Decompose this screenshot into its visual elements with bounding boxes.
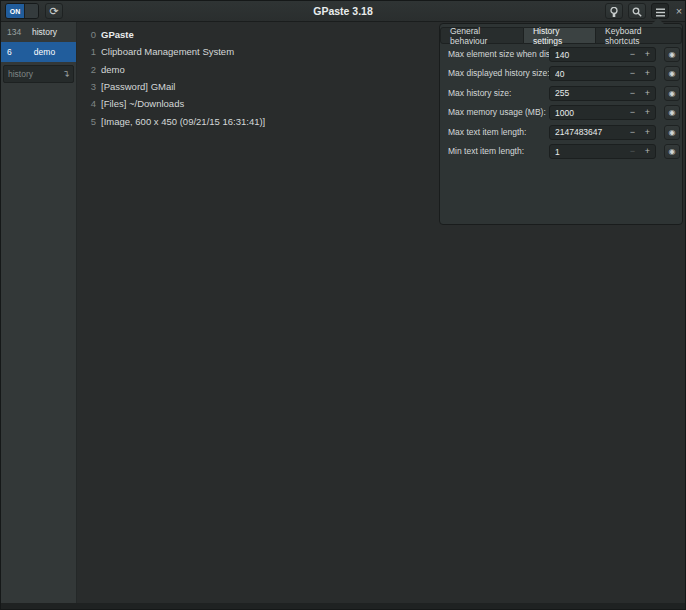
plus-button[interactable]: + [640,106,655,119]
item-index: 5 [89,116,96,127]
gpaste-window: ON ⟳ GPaste 3.18 × 134 history 6 [0,0,686,610]
setting-row-max-element-size: Max element size when displaying: − + ◉ [440,47,682,62]
minus-button[interactable]: − [625,67,640,80]
popover-arrow [652,18,664,24]
spin-value-input[interactable] [550,50,625,60]
item-index: 3 [89,81,96,92]
sidebar: 134 history 6 demo ↴ [1,22,77,603]
setting-row-min-text-length: Min text item length: − + ◉ [440,144,682,159]
item-index: 1 [89,46,96,57]
lightbulb-icon [606,7,622,18]
spinbutton-max-memory-usage: − + [549,105,656,120]
minus-button[interactable]: − [625,106,640,119]
plus-button[interactable]: + [640,67,655,80]
item-text: [Password] GMail [101,81,175,92]
spinbutton-max-displayed-history: − + [549,66,656,81]
setting-label: Max history size: [448,86,511,101]
spin-value-input[interactable] [550,88,625,98]
minus-button[interactable]: − [625,126,640,139]
item-text: GPaste [101,29,134,40]
history-label: history [21,27,76,37]
reset-icon: ◉ [669,147,676,156]
setting-row-max-text-length: Max text item length: − + ◉ [440,125,682,140]
search-icon [629,7,645,17]
setting-row-max-memory-usage: Max memory usage (MB): − + ◉ [440,105,682,120]
reset-button[interactable]: ◉ [664,144,680,159]
spin-value-input[interactable] [550,127,625,137]
close-button[interactable]: × [672,3,686,19]
reset-button[interactable]: ◉ [664,125,680,140]
reset-button[interactable]: ◉ [664,105,680,120]
demo-label: demo [21,47,76,57]
item-index: 0 [89,29,96,40]
window-title: GPaste 3.18 [1,1,685,22]
sidebar-item-history[interactable]: 134 history [1,22,76,42]
spinbutton-max-history-size: − + [549,86,656,101]
history-count: 134 [1,27,21,37]
plus-button[interactable]: + [640,126,655,139]
reset-icon: ◉ [669,89,676,98]
new-history-input[interactable] [4,69,59,79]
enter-arrow-icon: ↴ [59,69,73,79]
spinbutton-min-text-length: − + [549,144,656,159]
spin-value-input[interactable] [550,108,625,118]
reset-icon: ◉ [669,69,676,78]
reset-icon: ◉ [669,108,676,117]
search-button[interactable] [628,3,646,19]
tab-general-behaviour[interactable]: General behaviour [440,27,524,44]
setting-label: Max displayed history size: [448,66,550,81]
setting-row-max-displayed-history: Max displayed history size: − + ◉ [440,66,682,81]
reset-icon: ◉ [669,128,676,137]
reset-button[interactable]: ◉ [664,86,680,101]
headerbar: ON ⟳ GPaste 3.18 × [1,1,685,22]
spin-value-input[interactable] [550,147,625,157]
plus-button[interactable]: + [640,145,655,158]
reset-button[interactable]: ◉ [664,47,680,62]
window-bottom-border [1,603,685,609]
reset-icon: ◉ [669,50,676,59]
spin-value-input[interactable] [550,69,625,79]
plus-button[interactable]: + [640,48,655,61]
setting-label: Max memory usage (MB): [448,105,546,120]
settings-tabs: General behaviour History settings Keybo… [440,27,682,44]
sidebar-item-demo[interactable]: 6 demo [1,42,76,62]
demo-count: 6 [1,47,21,57]
item-text: [Files] ~/Downloads [101,98,184,109]
setting-row-max-history-size: Max history size: − + ◉ [440,86,682,101]
minus-button[interactable]: − [625,48,640,61]
tab-history-settings[interactable]: History settings [524,27,596,44]
setting-label: Max text item length: [448,125,526,140]
spinbutton-max-text-length: − + [549,125,656,140]
item-text: demo [101,64,125,75]
reset-button[interactable]: ◉ [664,66,680,81]
item-text: Clipboard Management System [101,46,234,57]
new-history-entry[interactable]: ↴ [3,65,74,83]
plus-button[interactable]: + [640,87,655,100]
tab-keyboard-shortcuts[interactable]: Keyboard shortcuts [596,27,682,44]
minus-button: − [625,145,640,158]
menu-icon [652,8,668,17]
item-index: 2 [89,64,96,75]
menu-button[interactable] [651,3,669,19]
spinbutton-max-element-size: − + [549,47,656,62]
item-index: 4 [89,98,96,109]
settings-popover: General behaviour History settings Keybo… [439,23,683,225]
setting-label: Min text item length: [448,144,524,159]
lightbulb-button[interactable] [605,3,623,19]
close-icon: × [676,5,682,17]
item-text: [Image, 600 x 450 (09/21/15 16:31:41)] [101,116,265,127]
minus-button[interactable]: − [625,87,640,100]
